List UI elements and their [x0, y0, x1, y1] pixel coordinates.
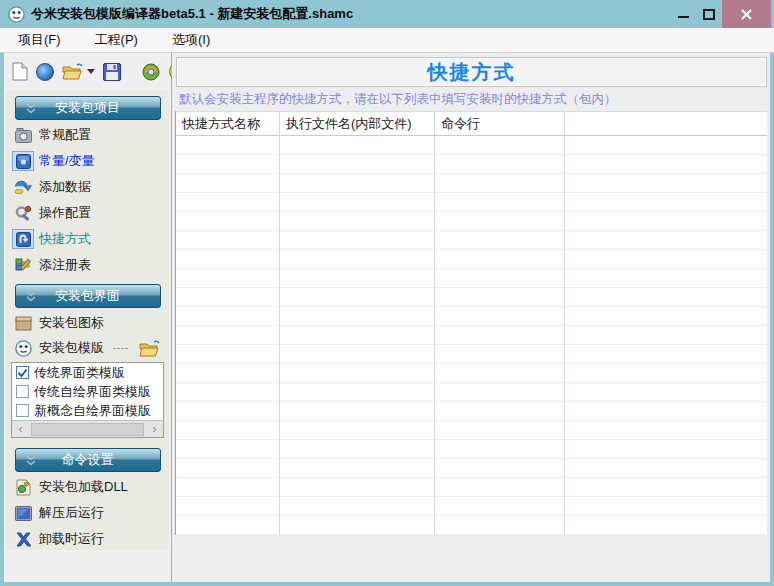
camera-icon [13, 126, 33, 144]
window-body: 安装包项目 常规配置 [4, 53, 770, 582]
column-header-shortcut-name[interactable]: 快捷方式名称 [176, 112, 280, 135]
sidebar-item-label: 添加数据 [39, 178, 91, 196]
uninstall-run-icon [13, 530, 33, 548]
sidebar-item-constants-variables[interactable]: 常量/变量 [10, 148, 165, 174]
sidebar-item-label: 添注册表 [39, 256, 91, 274]
menu-bar: 项目(F) 工程(P) 选项(I) [0, 28, 774, 53]
sidebar-item-label: 常量/变量 [39, 152, 95, 170]
sidebar-item-load-dll[interactable]: 安装包加载DLL [10, 474, 165, 500]
checkbox-checked[interactable] [16, 366, 29, 379]
template-option-label: 新概念自绘界面模版 [34, 402, 151, 420]
sidebar-item-label: 操作配置 [39, 204, 91, 222]
sidebar-item-run-after-extract[interactable]: 解压后运行 [10, 500, 165, 526]
sidebar-item-label: 解压后运行 [39, 504, 104, 522]
build-icon [141, 63, 161, 81]
sidebar: 安装包项目 常规配置 [6, 91, 169, 550]
sidebar-item-add-data[interactable]: 添加数据 [10, 174, 165, 200]
table-column[interactable] [435, 136, 565, 535]
window-title: 兮米安装包模版编译器beta5.1 - 新建安装包配置.shamc [31, 5, 353, 23]
close-button[interactable] [722, 0, 771, 28]
page-description: 默认会安装主程序的快捷方式，请在以下列表中填写安装时的快捷方式（包内） [175, 87, 768, 111]
new-file-button[interactable] [12, 62, 28, 81]
toolbar [4, 53, 171, 90]
checkbox-unchecked[interactable] [16, 385, 29, 398]
table-header-row: 快捷方式名称 执行文件名(内部文件) 命令行 [176, 112, 767, 136]
section-header-package-project[interactable]: 安装包项目 [15, 96, 161, 120]
sidebar-item-shortcuts[interactable]: 快捷方式 [10, 226, 165, 252]
dll-icon [13, 478, 33, 496]
section-title: 命令设置 [62, 451, 114, 469]
minimize-button[interactable] [670, 0, 696, 28]
add-data-icon [13, 178, 33, 196]
sidebar-item-label: 常规配置 [39, 126, 91, 144]
open-dropdown-caret-icon[interactable] [87, 69, 95, 74]
window-controls [670, 0, 774, 28]
sidebar-item-operation-config[interactable]: 操作配置 [10, 200, 165, 226]
chevron-double-down-icon [26, 103, 36, 114]
column-header-extra[interactable] [565, 112, 767, 135]
table-column[interactable] [565, 136, 767, 535]
page-header: 快捷方式 [176, 57, 767, 87]
sidebar-item-label: 安装包加载DLL [39, 478, 128, 496]
template-option[interactable]: 传统自绘界面类模版 [12, 382, 163, 401]
scrollbar-thumb[interactable] [31, 423, 144, 436]
new-file-icon [12, 62, 28, 81]
globe-icon [36, 63, 54, 81]
sidebar-item-run-on-uninstall[interactable]: 卸载时运行 [10, 526, 165, 552]
template-listbox: 传统界面类模版 传统自绘界面类模版 新概念自绘界面模版 ‹ › [11, 362, 164, 438]
left-panel: 安装包项目 常规配置 [4, 53, 172, 582]
open-folder-icon[interactable] [139, 340, 161, 357]
package-box-icon [13, 314, 33, 332]
title-bar: 兮米安装包模版编译器beta5.1 - 新建安装包配置.shamc [0, 0, 774, 28]
menu-item-build[interactable]: 工程(P) [95, 31, 138, 49]
tools-icon [13, 204, 33, 222]
sidebar-item-label: 卸载时运行 [39, 530, 104, 548]
save-floppy-icon [103, 63, 121, 81]
menu-item-options[interactable]: 选项(I) [172, 31, 210, 49]
scroll-right-icon[interactable]: › [146, 422, 163, 437]
menu-item-project[interactable]: 项目(F) [18, 31, 61, 49]
table-body[interactable] [176, 136, 767, 535]
open-folder-icon [62, 63, 84, 80]
section-title: 安装包界面 [55, 287, 120, 305]
table-column[interactable] [280, 136, 435, 535]
column-header-command-line[interactable]: 命令行 [435, 112, 565, 135]
template-option-label: 传统界面类模版 [34, 364, 125, 382]
globe-button[interactable] [36, 63, 54, 81]
run-after-extract-icon [13, 504, 33, 522]
divider [113, 348, 128, 349]
section-header-package-ui[interactable]: 安装包界面 [15, 284, 161, 308]
save-button[interactable] [103, 63, 121, 81]
variables-icon [13, 152, 33, 170]
template-logo-icon [13, 339, 33, 357]
section-header-command-settings[interactable]: 命令设置 [15, 448, 161, 472]
template-option-label: 传统自绘界面类模版 [34, 383, 151, 401]
column-header-exe-file[interactable]: 执行文件名(内部文件) [280, 112, 435, 135]
horizontal-scrollbar[interactable]: ‹ › [12, 420, 163, 437]
open-button[interactable] [62, 63, 95, 80]
section-title: 安装包项目 [55, 99, 120, 117]
main-panel: 快捷方式 默认会安装主程序的快捷方式，请在以下列表中填写安装时的快捷方式（包内）… [172, 53, 770, 582]
sidebar-item-label: 快捷方式 [39, 230, 91, 248]
sidebar-item-package-template[interactable]: 安装包模版 [10, 336, 165, 360]
build-button[interactable] [141, 63, 161, 81]
template-option[interactable]: 传统界面类模版 [12, 363, 163, 382]
registry-icon [13, 256, 33, 274]
sidebar-item-label: 安装包模版 [39, 339, 104, 357]
template-option[interactable]: 新概念自绘界面模版 [12, 401, 163, 420]
shortcuts-table[interactable]: 快捷方式名称 执行文件名(内部文件) 命令行 [175, 111, 767, 535]
sidebar-item-general-config[interactable]: 常规配置 [10, 122, 165, 148]
page-title: 快捷方式 [428, 59, 516, 86]
maximize-button[interactable] [696, 0, 722, 28]
sidebar-item-package-icon[interactable]: 安装包图标 [10, 310, 165, 336]
checkbox-unchecked[interactable] [16, 404, 29, 417]
sidebar-item-label: 安装包图标 [39, 314, 104, 332]
shortcut-icon [13, 230, 33, 248]
app-logo-icon [8, 6, 25, 23]
chevron-double-down-icon [26, 455, 36, 466]
sidebar-item-add-registry[interactable]: 添注册表 [10, 252, 165, 278]
chevron-double-down-icon [26, 291, 36, 302]
table-column[interactable] [176, 136, 280, 535]
scroll-left-icon[interactable]: ‹ [12, 422, 29, 437]
